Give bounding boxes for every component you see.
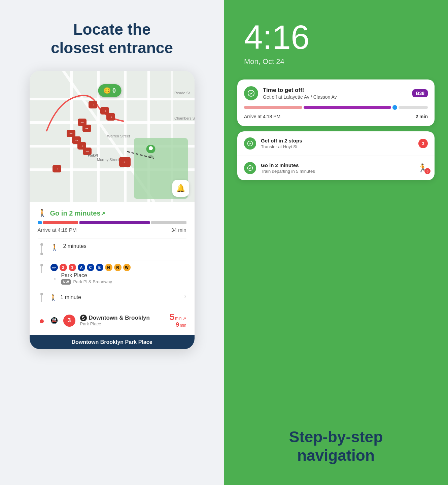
svg-rect-7	[30, 121, 195, 124]
svg-text:→: →	[108, 114, 113, 120]
bottom-line1: Step-by-step	[289, 428, 383, 446]
badge-n: N	[105, 264, 112, 271]
svg-text:→: →	[84, 126, 89, 131]
station-arrow-icon: →	[50, 275, 59, 283]
train-unit1: min	[175, 316, 181, 321]
notif-icon-2	[244, 137, 256, 150]
title-line2: closest entrance	[51, 39, 173, 57]
left-panel: Locate the closest entrance	[0, 0, 224, 485]
go-header: 🚶 Go in 2 minutes↗	[38, 209, 186, 218]
badge-b38: B38	[412, 89, 428, 97]
wifi-icon: ↗	[182, 316, 186, 321]
arrive-label: Arrive at 4:18 PM	[38, 227, 77, 233]
np-blue	[392, 105, 397, 110]
steps-container: 🚶 2 minutes MTA 2 3 A C	[30, 238, 195, 335]
svg-text:→: →	[102, 108, 107, 114]
notif-row-sub-2: Train departing in 5 minutes	[261, 169, 413, 174]
svg-point-17	[148, 155, 153, 158]
walk-step: 🚶 2 minutes	[38, 238, 186, 260]
notif-title-1: Time to get off!	[263, 87, 408, 94]
train-row: 🚇 3 S Downtown & Brooklyn Park Place 5 m…	[38, 307, 186, 328]
go-text: Go in 2 minutes↗	[50, 209, 105, 217]
notif-progress-1	[244, 105, 428, 110]
notif-min: 2 min	[415, 114, 428, 119]
svg-text:→: →	[91, 102, 95, 107]
prog-red	[43, 221, 78, 224]
right-panel: 4:16 Mon, Oct 24 Time to get off! Get of…	[224, 0, 448, 485]
nw-badge: NW	[61, 279, 71, 285]
notif-row-sub-1: Transfer at Hoyt St	[261, 144, 414, 149]
notif-title-col-1: Time to get off! Get off at Lafayette Av…	[263, 87, 408, 100]
run-badge-wrapper: 🏃 3	[418, 163, 428, 173]
train-dest-name: Downtown & Brooklyn	[89, 315, 150, 321]
walk2-label: 1 minute	[61, 294, 81, 300]
timeline-train	[38, 318, 46, 323]
title-line1: Locate the	[73, 21, 150, 38]
notif-row-1: Get off in 2 stops Transfer at Hoyt St 3	[237, 131, 435, 156]
svg-point-43	[248, 141, 253, 146]
svg-point-18	[149, 146, 153, 150]
run-badge: 3	[424, 168, 430, 174]
clock-section: 4:16 Mon, Oct 24	[224, 0, 448, 79]
nav-card: 🚶 Go in 2 minutes↗ Arrive at 4:18 PM 34 …	[30, 202, 195, 238]
station-row: MTA 2 3 A C E N R W → Park Place	[38, 260, 186, 288]
svg-text:Murray Street: Murray Street	[97, 158, 119, 162]
notif-row-title-2: Go in 2 minutes	[261, 162, 413, 168]
arrive-row: Arrive at 4:18 PM 34 min	[38, 227, 186, 238]
badge-a: A	[78, 264, 85, 271]
svg-text:→: →	[74, 137, 79, 143]
subway-logo: S	[80, 315, 87, 321]
notif-row-2: Go in 2 minutes Train departing in 5 min…	[237, 156, 435, 180]
svg-text:Warren Street: Warren Street	[107, 134, 130, 138]
notif-icon-3	[244, 162, 256, 174]
station-sub: Park Pl & Broadway	[73, 279, 112, 284]
train-times: 5 min ↗ 9 min	[170, 313, 186, 328]
badge-2: 2	[60, 264, 67, 271]
svg-text:→: →	[120, 159, 127, 165]
svg-text:Chambers St: Chambers St	[174, 116, 195, 120]
svg-rect-6	[30, 98, 195, 100]
notif-card-1: Time to get off! Get off at Lafayette Av…	[237, 79, 435, 126]
prog-gray	[151, 221, 186, 224]
badge-3-large: 3	[63, 315, 75, 327]
walk2-icon: 🚶	[49, 294, 57, 301]
train-time2: 9	[176, 321, 179, 328]
walk2-step: 🚶 1 minute ›	[38, 288, 186, 307]
prog-blue	[38, 221, 42, 224]
svg-point-42	[248, 90, 254, 96]
progress-bar	[38, 221, 186, 224]
walk-icon: 🚶	[38, 209, 47, 218]
timeline-station	[38, 264, 46, 273]
train-dest: S Downtown & Brooklyn Park Place	[80, 315, 165, 326]
bottom-label: Step-by-step navigation	[224, 414, 448, 485]
svg-point-44	[248, 166, 253, 171]
transit-badges: MTA 2 3 A C E N R W	[50, 264, 186, 271]
train-unit2: min	[180, 323, 186, 328]
badge-e: E	[96, 264, 103, 271]
clock-date: Mon, Oct 24	[244, 57, 428, 66]
station-name: Park Place	[61, 272, 112, 279]
badge-w: W	[123, 264, 131, 271]
prog-purple	[79, 221, 150, 224]
notif-row-content-2: Go in 2 minutes Train departing in 5 min…	[261, 162, 413, 174]
bell-button[interactable]: 🔔	[172, 180, 189, 197]
clock-time: 4:16	[244, 20, 428, 54]
score-text: 😊 0	[103, 87, 116, 94]
timeline-walk2	[38, 293, 46, 302]
left-title: Locate the closest entrance	[51, 20, 173, 57]
bottom-line2: navigation	[297, 447, 375, 464]
dest-label: Downtown Brooklyn Park Place	[30, 335, 195, 349]
notif-row-title-1: Get off in 2 stops	[261, 138, 414, 143]
svg-text:→: →	[85, 149, 90, 154]
notif-icon-1	[244, 86, 258, 100]
go-minutes: 2 minutes	[69, 209, 100, 217]
badge-mta: MTA	[50, 264, 58, 271]
map-area: Reade St Chambers St Warren Street Murra…	[30, 71, 195, 202]
chevron-right-icon: ›	[184, 293, 186, 300]
svg-text:→: →	[69, 131, 73, 136]
notif-header-1: Time to get off! Get off at Lafayette Av…	[244, 86, 428, 100]
score-badge: 😊 0	[98, 84, 121, 97]
notif-section: Time to get off! Get off at Lafayette Av…	[224, 79, 448, 180]
step-by-step-label: Step-by-step navigation	[244, 428, 428, 465]
np-red	[244, 106, 302, 109]
